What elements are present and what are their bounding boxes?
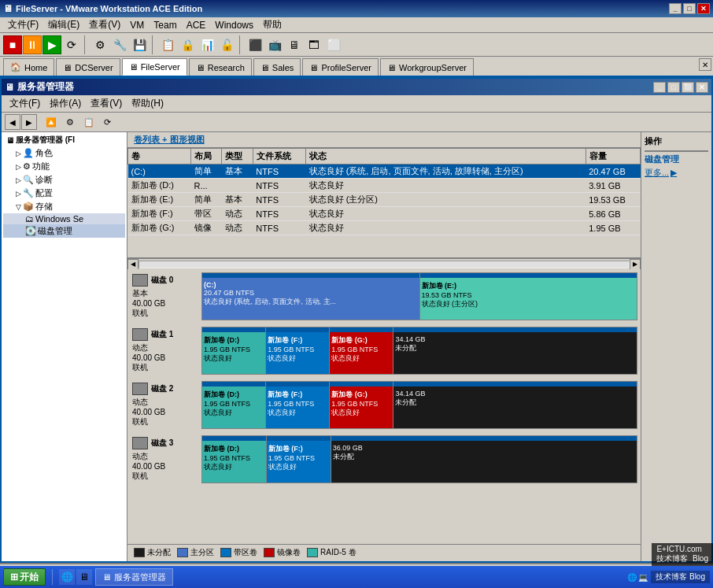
tool-btn-13[interactable]: 📺 — [265, 35, 284, 54]
quicklaunch-desktop[interactable]: 🖥 — [76, 569, 92, 585]
tab-workgroupserver-icon: 🖥 — [387, 63, 396, 72]
close-button[interactable]: ✕ — [697, 3, 710, 14]
maximize-button[interactable]: □ — [683, 3, 696, 14]
partition[interactable]: 新加卷 (D:) 1.95 GB NTFS 状态良好 — [202, 436, 267, 483]
window-minimize[interactable]: _ — [653, 82, 666, 93]
tool-btn-15[interactable]: 🗔 — [305, 35, 323, 54]
tree-item-features[interactable]: ▷ ⚙ 功能 — [3, 160, 125, 173]
tool-btn-5[interactable]: ⚙ — [91, 35, 109, 54]
start-button[interactable]: ⊞ 开始 — [3, 568, 46, 586]
tree-expand-storage: ▽ — [16, 203, 21, 211]
ops-more-link[interactable]: 更多... ▶ — [645, 167, 708, 179]
menu-view[interactable]: 查看(V) — [84, 17, 125, 33]
partition[interactable]: 新加卷 (D:) 1.95 GB NTFS 状态良好 — [202, 382, 266, 428]
menu-vm[interactable]: VM — [125, 18, 149, 32]
menu-file[interactable]: 文件(F) — [3, 17, 43, 33]
table-row[interactable]: (C:) 简单 基本 NTFS 状态良好 (系统, 启动, 页面文件, 活动, … — [128, 165, 641, 179]
table-scrollbar[interactable]: ◀ ▶ — [127, 258, 641, 269]
inner-menu-view[interactable]: 查看(V) — [86, 95, 127, 112]
back-button[interactable]: ◀ — [5, 114, 20, 130]
cell-type: 动态 — [222, 221, 253, 235]
tool-btn-11[interactable]: 🔓 — [217, 35, 236, 54]
partition-size: 34.14 GB — [395, 390, 635, 398]
tab-workgroupserver[interactable]: 🖥 WorkgroupServer — [380, 58, 474, 76]
menu-edit[interactable]: 编辑(E) — [43, 17, 84, 33]
pause-button[interactable]: ⏸ — [23, 35, 42, 54]
forward-button[interactable]: ▶ — [21, 114, 37, 130]
table-row[interactable]: 新加卷 (D:) R... NTFS 状态良好 3.91 GB — [128, 179, 641, 193]
tool-btn-14[interactable]: 🖥 — [285, 35, 304, 54]
toolbar-inner-1[interactable]: 🔼 — [42, 114, 61, 130]
tab-research[interactable]: 🖥 Research — [189, 58, 252, 76]
partition[interactable]: 新加卷 (F:) 1.95 GB NTFS 状态良好 — [266, 327, 330, 374]
partition[interactable]: 34.14 GB 未分配 — [393, 382, 637, 428]
table-row[interactable]: 新加卷 (E:) 简单 基本 NTFS 状态良好 (主分区) 19.53 GB — [128, 193, 641, 207]
tab-sales[interactable]: 🖥 Sales — [253, 58, 301, 76]
inner-menu-help[interactable]: 帮助(H) — [127, 95, 168, 112]
window-restore[interactable]: ⬜ — [682, 82, 694, 93]
menu-help[interactable]: 帮助 — [258, 17, 286, 33]
inner-menu-action[interactable]: 操作(A) — [45, 95, 86, 112]
table-row[interactable]: 新加卷 (G:) 镜像 动态 NTFS 状态良好 1.95 GB — [128, 221, 641, 235]
partition-status: 状态良好 — [268, 353, 327, 364]
quicklaunch-ie[interactable]: 🌐 — [59, 569, 75, 585]
play-button[interactable]: ▶ — [42, 35, 61, 54]
partition[interactable]: 新加卷 (D:) 1.95 GB NTFS 状态良好 — [202, 327, 266, 374]
scroll-right[interactable]: ▶ — [630, 259, 641, 270]
partition-status: 未分配 — [395, 398, 635, 408]
partition[interactable]: (C:) 20.47 GB NTFS 状态良好 (系统, 启动, 页面文件, 活… — [202, 273, 420, 320]
toolbar-inner-2[interactable]: ⚙ — [62, 114, 78, 130]
tool-btn-12[interactable]: ⬛ — [246, 35, 264, 54]
systray-icon-2[interactable]: 💻 — [638, 573, 648, 582]
partition[interactable]: 新加卷 (G:) 1.95 GB NTFS 状态良好 — [330, 382, 393, 428]
scroll-track-h[interactable] — [139, 261, 630, 268]
scroll-left[interactable]: ◀ — [127, 259, 139, 270]
partition[interactable]: 36.09 GB 未分配 — [331, 436, 637, 483]
toolbar-inner-4[interactable]: ⟳ — [100, 114, 115, 130]
disk-table-area[interactable]: 卷 布局 类型 文件系统 状态 容量 (C:) — [127, 148, 641, 258]
tree-item-storage[interactable]: ▽ 📦 存储 — [3, 200, 125, 213]
disk-visual-area[interactable]: 磁盘 0 基本 40.00 GB 联机 (C:) 20.47 GB NTFS 状… — [127, 269, 641, 544]
partition-status: 状态良好 (系统, 启动, 页面文件, 活动, 主... — [204, 297, 418, 307]
tool-btn-10[interactable]: 📊 — [198, 35, 216, 54]
toolbar-inner-3[interactable]: 📋 — [79, 114, 98, 130]
table-row[interactable]: 新加卷 (F:) 带区 动态 NTFS 状态良好 5.86 GB — [128, 207, 641, 221]
tree-item-diskmgmt[interactable]: 💽 磁盘管理 — [3, 224, 125, 238]
tab-close-button[interactable]: ✕ — [699, 58, 711, 71]
taskbar-item-servermgr[interactable]: 🖥 服务器管理器 — [95, 568, 173, 586]
menu-team[interactable]: Team — [149, 18, 181, 32]
start-label: 开始 — [20, 571, 39, 584]
power-button[interactable]: ■ — [3, 35, 22, 54]
tool-btn-9[interactable]: 🔒 — [178, 35, 197, 54]
systray-icon-1[interactable]: 🌐 — [627, 573, 637, 582]
tree-item-winse[interactable]: 🗂 Windows Se — [3, 213, 125, 224]
partition[interactable]: 新加卷 (F:) 1.95 GB NTFS 状态良好 — [266, 382, 330, 428]
partition[interactable]: 新加卷 (G:) 1.95 GB NTFS 状态良好 — [330, 327, 393, 374]
tool-btn-16[interactable]: ⬜ — [324, 35, 343, 54]
window-maximize[interactable]: □ — [667, 82, 680, 93]
tree-expand-diag: ▷ — [16, 176, 21, 184]
inner-menu-bar: 文件(F) 操作(A) 查看(V) 帮助(H) — [2, 95, 711, 113]
snapshot-button[interactable]: ⟳ — [62, 35, 81, 54]
tab-profileserver[interactable]: 🖥 ProfileServer — [302, 58, 379, 76]
window-close[interactable]: ✕ — [696, 82, 708, 93]
tree-item-diag[interactable]: ▷ 🔍 诊断 — [3, 173, 125, 187]
partition[interactable]: 34.14 GB 未分配 — [393, 327, 637, 374]
partition[interactable]: 新加卷 (E:) 19.53 GB NTFS 状态良好 (主分区) — [420, 273, 637, 320]
tab-fileserver[interactable]: 🖥 FileServer — [122, 58, 187, 76]
tool-btn-6[interactable]: 🔧 — [110, 35, 129, 54]
tree-item-config[interactable]: ▷ 🔧 配置 — [3, 187, 125, 200]
tool-btn-7[interactable]: 💾 — [130, 35, 149, 54]
tab-dcserver[interactable]: 🖥 DCServer — [56, 58, 120, 76]
tool-btn-8[interactable]: 📋 — [158, 35, 177, 54]
minimize-button[interactable]: _ — [669, 3, 682, 14]
taskbar: ⊞ 开始 🌐 🖥 🖥 服务器管理器 🌐 💻 技术博客 Blog — [0, 566, 713, 588]
menu-windows[interactable]: Windows — [210, 18, 258, 32]
inner-menu-file[interactable]: 文件(F) — [5, 95, 45, 112]
menu-ace[interactable]: ACE — [182, 18, 211, 32]
tree-item-roles[interactable]: ▷ 👤 角色 — [3, 146, 125, 160]
tree-item-root[interactable]: 🖥 服务器管理器 (FI — [3, 134, 125, 146]
taskbar-watermark: 技术博客 Blog — [651, 571, 710, 583]
partition[interactable]: 新加卷 (F:) 1.95 GB NTFS 状态良好 — [267, 436, 331, 483]
tab-home[interactable]: 🏠 Home — [3, 58, 54, 76]
